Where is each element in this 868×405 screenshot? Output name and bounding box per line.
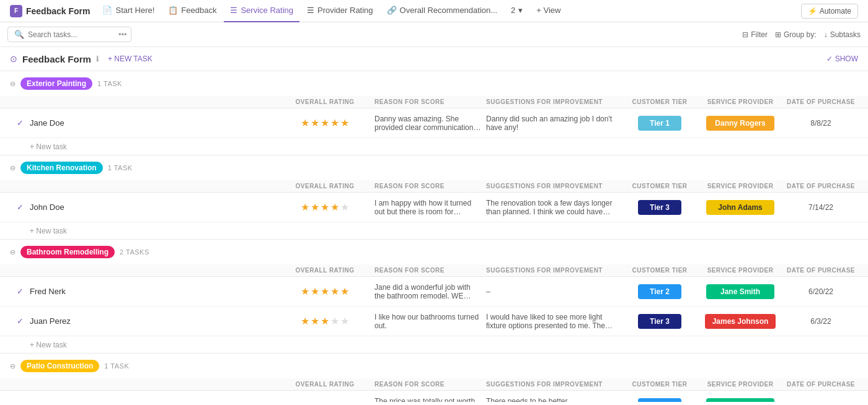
group-toggle-patio-construction[interactable]: ⊖ — [10, 362, 16, 370]
automate-button[interactable]: ⚡ Automate — [801, 4, 858, 19]
task-provider: Jane Smith — [697, 398, 784, 403]
group-toggle-kitchen-renovation[interactable]: ⊖ — [10, 164, 16, 172]
task-check[interactable]: ✓ — [10, 401, 30, 402]
col-suggestions: SUGGESTIONS FOR IMPROVEMENT — [486, 267, 622, 274]
task-name: John Doe — [30, 202, 275, 212]
col-suggestions: SUGGESTIONS FOR IMPROVEMENT — [486, 98, 622, 105]
feedback-icon: 📋 — [168, 6, 178, 15]
table-row[interactable]: ✓ John Doe ★★★★★ I am happy with how it … — [0, 193, 868, 222]
filled-star: ★ — [321, 117, 329, 129]
group-toggle-bathroom-remodelling[interactable]: ⊖ — [10, 248, 16, 256]
col-reason: REASON FOR SCORE — [374, 381, 486, 388]
group-label-kitchen-renovation[interactable]: Kitchen Renovation — [20, 162, 103, 174]
tab-more[interactable]: 2 ▾ — [505, 0, 529, 22]
group-label-patio-construction[interactable]: Patio Construction — [20, 360, 99, 372]
task-stars: ★★★★★ — [275, 399, 374, 402]
task-suggestions: There needs to be better communication b… — [486, 397, 622, 403]
group-by-button[interactable]: ⊞ Group by: — [775, 30, 817, 39]
group-count-exterior-painting: 1 TASK — [97, 80, 122, 87]
task-check[interactable]: ✓ — [10, 316, 30, 326]
task-date: 6/20/22 — [784, 287, 858, 296]
toolbar-right: ⊟ Filter ⊞ Group by: ↓ Subtasks — [742, 30, 861, 39]
tab-add-view[interactable]: + View — [530, 0, 567, 22]
automate-label: Automate — [820, 7, 851, 15]
search-box[interactable]: 🔍 ••• — [7, 27, 131, 42]
task-date: 6/3/22 — [784, 317, 858, 326]
filled-star: ★ — [330, 201, 339, 213]
col-date: DATE OF PURCHASE — [784, 183, 858, 189]
new-task-button[interactable]: + NEW TASK — [104, 53, 156, 64]
new-task-link[interactable]: + New task — [30, 341, 67, 349]
content-area: ⊖ Exterior Painting 1 TASK OVERALL RATIN… — [0, 71, 868, 402]
task-provider: Jane Smith — [697, 284, 784, 299]
col-overall-rating: OVERALL RATING — [275, 381, 374, 388]
search-input[interactable] — [28, 30, 115, 39]
col-headers-exterior-painting: OVERALL RATING REASON FOR SCORE SUGGESTI… — [0, 96, 868, 108]
tier-badge: Tier 2 — [638, 398, 681, 403]
table-row[interactable]: ✓ Juan Perez ★★★★★ I like how our bathro… — [0, 307, 868, 336]
filter-icon: ⊟ — [742, 30, 748, 39]
group-count-kitchen-renovation: 1 TASK — [108, 164, 133, 172]
tab-overall-recommendation[interactable]: 🔗 Overall Recommendation... — [381, 0, 504, 22]
table-row[interactable]: ✓ Tom Cobley ★★★★★ The price was totally… — [0, 391, 868, 402]
tab-service-rating[interactable]: ☰ Service Rating — [224, 0, 299, 22]
group-bathroom-remodelling: ⊖ Bathroom Remodelling 2 TASKS OVERALL R… — [0, 240, 868, 354]
tab-feedback[interactable]: 📋 Feedback — [162, 0, 223, 22]
automate-icon: ⚡ — [808, 7, 817, 15]
provider-badge: Jane Smith — [706, 398, 774, 403]
tab-start[interactable]: 📄 Start Here! — [96, 0, 161, 22]
task-tier: Tier 2 — [622, 284, 697, 299]
table-row[interactable]: ✓ Jane Doe ★★★★★ Danny was amazing. She … — [0, 108, 868, 138]
tier-badge: Tier 3 — [638, 314, 681, 329]
collapse-icon[interactable]: ⊙ — [10, 54, 17, 64]
group-header-exterior-painting: ⊖ Exterior Painting 1 TASK — [0, 71, 868, 96]
filled-star: ★ — [301, 117, 309, 129]
filled-star: ★ — [340, 117, 349, 129]
filled-star: ★ — [330, 117, 339, 129]
filter-button[interactable]: ⊟ Filter — [742, 30, 768, 39]
group-label-bathroom-remodelling[interactable]: Bathroom Remodelling — [20, 246, 115, 258]
new-task-link[interactable]: + New task — [30, 142, 67, 151]
task-check[interactable]: ✓ — [10, 118, 30, 128]
subtasks-icon: ↓ — [824, 30, 828, 39]
task-reason: The price was totally not worth the serv… — [374, 397, 486, 403]
empty-star: ★ — [340, 315, 349, 327]
group-toggle-exterior-painting[interactable]: ⊖ — [10, 80, 16, 88]
group-kitchen-renovation: ⊖ Kitchen Renovation 1 TASK OVERALL RATI… — [0, 155, 868, 240]
empty-star: ★ — [321, 399, 329, 402]
info-icon[interactable]: ℹ — [96, 54, 99, 63]
col-tier: CUSTOMER TIER — [622, 267, 697, 274]
col-reason: REASON FOR SCORE — [374, 98, 486, 105]
tab-overall-label: Overall Recommendation... — [400, 6, 498, 15]
new-task-link[interactable]: + New task — [30, 227, 67, 235]
group-label-exterior-painting[interactable]: Exterior Painting — [20, 77, 92, 90]
more-options-icon[interactable]: ••• — [118, 30, 127, 39]
page-title: Feedback Form — [22, 54, 91, 64]
add-view-label: + View — [536, 6, 560, 15]
filled-star: ★ — [340, 285, 349, 297]
tab-more-label: 2 — [511, 6, 515, 15]
group-header-patio-construction: ⊖ Patio Construction 1 TASK — [0, 354, 868, 378]
subtasks-button[interactable]: ↓ Subtasks — [824, 30, 861, 39]
task-tier: Tier 1 — [622, 116, 697, 131]
task-name: Tom Cobley — [30, 401, 275, 402]
start-icon: 📄 — [102, 6, 112, 15]
task-provider: James Johnson — [697, 314, 784, 329]
show-button[interactable]: ✓ SHOW — [826, 54, 858, 63]
table-row[interactable]: ✓ Fred Nerk ★★★★★ Jane did a wonderful j… — [0, 277, 868, 307]
group-by-label: Group by: — [784, 30, 817, 39]
filled-star: ★ — [311, 201, 319, 213]
task-check[interactable]: ✓ — [10, 287, 30, 296]
task-suggestions: Danny did such an amazing job I don't ha… — [486, 115, 622, 132]
filled-star: ★ — [311, 285, 319, 297]
col-provider: SERVICE PROVIDER — [697, 98, 784, 105]
task-date: 4/27/22 — [784, 401, 858, 403]
provider-badge: Danny Rogers — [706, 116, 774, 131]
tier-badge: Tier 1 — [638, 116, 681, 131]
service-rating-icon: ☰ — [230, 6, 237, 15]
group-header-kitchen-renovation: ⊖ Kitchen Renovation 1 TASK — [0, 155, 868, 180]
task-check[interactable]: ✓ — [10, 202, 30, 212]
tab-provider-rating[interactable]: ☰ Provider Rating — [301, 0, 379, 22]
overall-icon: 🔗 — [387, 6, 397, 15]
col-suggestions: SUGGESTIONS FOR IMPROVEMENT — [486, 381, 622, 388]
